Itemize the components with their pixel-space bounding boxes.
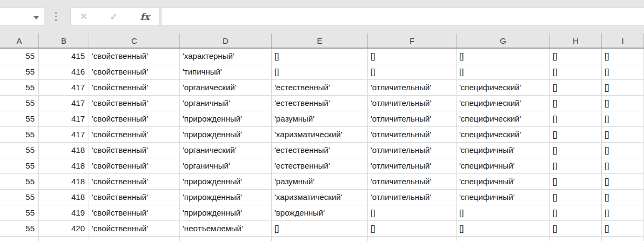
- cell-h-5[interactable]: []: [550, 111, 602, 127]
- cell-c-4[interactable]: 'свойственный': [89, 96, 180, 111]
- cell-h-10[interactable]: []: [550, 190, 602, 205]
- cell-e-3[interactable]: 'естественный': [272, 80, 368, 96]
- cell-a-3[interactable]: 55: [0, 80, 39, 96]
- cell-i-2[interactable]: []: [602, 64, 644, 80]
- cell-d-8[interactable]: 'органичный': [180, 158, 272, 174]
- cell-d-11[interactable]: 'прирожденный': [180, 205, 272, 221]
- cell-a-1[interactable]: 55: [0, 49, 39, 64]
- cell-b-1[interactable]: 415: [39, 49, 89, 64]
- cell-a-8[interactable]: 55: [0, 158, 39, 174]
- confirm-icon[interactable]: ✓: [110, 12, 118, 22]
- cell-f-7[interactable]: 'отличительный': [368, 143, 457, 158]
- cell-i-6[interactable]: []: [602, 127, 644, 143]
- cancel-icon[interactable]: ✕: [80, 12, 87, 21]
- cell-f-9[interactable]: 'отличительный': [368, 174, 457, 190]
- cell-e-9[interactable]: 'разумный': [272, 174, 368, 190]
- cell-d-9[interactable]: 'прирожденный': [180, 174, 272, 190]
- cell-d-10[interactable]: 'прирожденный': [180, 190, 272, 205]
- cell-b-11[interactable]: 419: [39, 205, 89, 221]
- column-header-f[interactable]: F: [368, 34, 457, 48]
- cell-f-11[interactable]: []: [368, 205, 457, 221]
- column-header-i[interactable]: I: [602, 34, 644, 48]
- cell-g-4[interactable]: 'специфический': [457, 96, 550, 111]
- cell-e-7[interactable]: 'естественный': [272, 143, 368, 158]
- cell-b-9[interactable]: 418: [39, 174, 89, 190]
- cell-i-3[interactable]: []: [602, 80, 644, 96]
- cell-c-10[interactable]: 'свойственный': [89, 190, 180, 205]
- cell-e-10[interactable]: 'харизматический': [272, 190, 368, 205]
- cell-c-3[interactable]: 'свойственный': [89, 80, 180, 96]
- cell-g-8[interactable]: 'специфичный': [457, 158, 550, 174]
- cell-d-partial[interactable]: [180, 237, 272, 241]
- cell-b-12[interactable]: 420: [39, 221, 89, 237]
- column-header-b[interactable]: B: [39, 34, 89, 48]
- cell-d-5[interactable]: 'прирожденный': [180, 111, 272, 127]
- cell-d-1[interactable]: 'характерный': [180, 49, 272, 64]
- cell-a-9[interactable]: 55: [0, 174, 39, 190]
- cell-h-12[interactable]: []: [550, 221, 602, 237]
- cell-e-2[interactable]: []: [272, 64, 368, 80]
- cell-a-7[interactable]: 55: [0, 143, 39, 158]
- cell-e-6[interactable]: 'харизматический': [272, 127, 368, 143]
- cell-i-partial[interactable]: [602, 237, 644, 241]
- cell-i-10[interactable]: []: [602, 190, 644, 205]
- cell-f-partial[interactable]: [368, 237, 457, 241]
- cell-b-2[interactable]: 416: [39, 64, 89, 80]
- cell-d-2[interactable]: 'типичный': [180, 64, 272, 80]
- cell-e-5[interactable]: 'разумный': [272, 111, 368, 127]
- cell-d-4[interactable]: 'органичный': [180, 96, 272, 111]
- column-header-a[interactable]: A: [0, 34, 39, 48]
- cell-a-5[interactable]: 55: [0, 111, 39, 127]
- cell-c-11[interactable]: 'свойственный': [89, 205, 180, 221]
- cell-h-1[interactable]: []: [550, 49, 602, 64]
- cell-g-5[interactable]: 'специфический': [457, 111, 550, 127]
- cell-g-9[interactable]: 'специфичный': [457, 174, 550, 190]
- cell-e-partial[interactable]: [272, 237, 368, 241]
- cell-g-7[interactable]: 'специфичный': [457, 143, 550, 158]
- column-header-d[interactable]: D: [180, 34, 272, 48]
- cell-c-6[interactable]: 'свойственный': [89, 127, 180, 143]
- cell-b-partial[interactable]: [39, 237, 89, 241]
- cell-a-12[interactable]: 55: [0, 221, 39, 237]
- cell-g-11[interactable]: []: [457, 205, 550, 221]
- cell-i-9[interactable]: []: [602, 174, 644, 190]
- cell-g-2[interactable]: []: [457, 64, 550, 80]
- cell-g-1[interactable]: []: [457, 49, 550, 64]
- column-header-c[interactable]: C: [89, 34, 180, 48]
- cell-i-4[interactable]: []: [602, 96, 644, 111]
- column-header-g[interactable]: G: [457, 34, 550, 48]
- cell-h-8[interactable]: []: [550, 158, 602, 174]
- cell-c-5[interactable]: 'свойственный': [89, 111, 180, 127]
- cell-g-12[interactable]: []: [457, 221, 550, 237]
- cell-g-6[interactable]: 'специфический': [457, 127, 550, 143]
- cell-c-9[interactable]: 'свойственный': [89, 174, 180, 190]
- cell-b-7[interactable]: 418: [39, 143, 89, 158]
- cell-f-10[interactable]: 'отличительный': [368, 190, 457, 205]
- cell-f-3[interactable]: 'отличительный': [368, 80, 457, 96]
- cell-d-3[interactable]: 'органический': [180, 80, 272, 96]
- cell-f-5[interactable]: 'отличительный': [368, 111, 457, 127]
- cell-h-7[interactable]: []: [550, 143, 602, 158]
- cell-e-8[interactable]: 'естественный': [272, 158, 368, 174]
- cell-b-5[interactable]: 417: [39, 111, 89, 127]
- cell-g-10[interactable]: 'специфичный': [457, 190, 550, 205]
- cell-f-1[interactable]: []: [368, 49, 457, 64]
- cell-e-12[interactable]: []: [272, 221, 368, 237]
- cell-c-1[interactable]: 'свойственный': [89, 49, 180, 64]
- cell-f-4[interactable]: 'отличительный': [368, 96, 457, 111]
- cell-a-4[interactable]: 55: [0, 96, 39, 111]
- cell-g-partial[interactable]: [457, 237, 550, 241]
- cell-i-7[interactable]: []: [602, 143, 644, 158]
- name-box[interactable]: [0, 8, 44, 26]
- cell-f-8[interactable]: 'отличительный': [368, 158, 457, 174]
- formula-input[interactable]: [161, 8, 644, 26]
- cell-b-8[interactable]: 418: [39, 158, 89, 174]
- cell-h-3[interactable]: []: [550, 80, 602, 96]
- cell-c-partial[interactable]: [89, 237, 180, 241]
- cell-b-4[interactable]: 417: [39, 96, 89, 111]
- cell-d-6[interactable]: 'прирожденный': [180, 127, 272, 143]
- chevron-down-icon[interactable]: [33, 16, 39, 19]
- cell-i-8[interactable]: []: [602, 158, 644, 174]
- cell-a-partial[interactable]: [0, 237, 39, 241]
- cell-f-2[interactable]: []: [368, 64, 457, 80]
